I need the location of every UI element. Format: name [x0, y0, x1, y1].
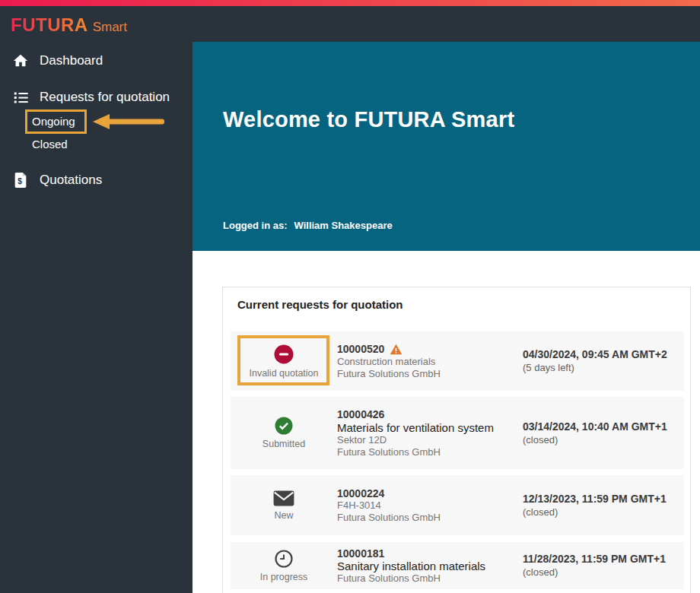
brand-suffix: Smart — [93, 20, 127, 34]
check-circle-icon — [275, 417, 293, 435]
request-row[interactable]: New 10000224 F4H-3014 Futura Solutions G… — [231, 475, 684, 535]
request-line: F4H-3014 — [337, 499, 517, 512]
card-title: Current requests for quotation — [237, 298, 403, 311]
brand-name: FUTURA — [11, 14, 88, 35]
request-row[interactable]: In progress 10000181 Sanitary installati… — [231, 542, 684, 589]
status-column: Submitted — [231, 417, 337, 449]
clock-icon — [275, 550, 293, 568]
request-company: Futura Solutions GmbH — [337, 512, 517, 524]
deadline-note: (closed) — [523, 433, 684, 446]
status-label: In progress — [260, 572, 308, 582]
logged-in-user: William Shakespeare — [294, 220, 393, 231]
status-column: In progress — [231, 550, 337, 582]
deadline-date: 03/14/2024, 10:40 AM GMT+1 — [523, 420, 684, 433]
request-line: Construction materials — [337, 356, 517, 368]
request-deadline: 04/30/2024, 09:45 AM GMT+2 (5 days left) — [523, 348, 684, 374]
envelope-icon — [273, 490, 294, 506]
quotation-document-icon: $ — [12, 172, 29, 189]
request-company: Futura Solutions GmbH — [337, 368, 517, 380]
request-deadline: 11/28/2023, 11:59 PM GMT+1 (closed) — [523, 553, 684, 579]
welcome-title: Welcome to FUTURA Smart — [223, 107, 514, 132]
welcome-banner: Welcome to FUTURA Smart Logged in as: Wi… — [192, 42, 700, 251]
sidebar-item-quotations[interactable]: $ Quotations — [12, 171, 102, 189]
sidebar-subitem-closed[interactable]: Closed — [32, 138, 68, 151]
svg-text:$: $ — [18, 177, 22, 186]
logged-in-row: Logged in as: William Shakespeare — [223, 220, 393, 231]
sidebar: FUTURASmart Dashboard Requests for quota… — [0, 6, 192, 593]
sidebar-item-dashboard[interactable]: Dashboard — [12, 52, 103, 70]
request-number: 10000426 — [337, 408, 384, 420]
logged-in-label: Logged in as: — [223, 220, 288, 231]
request-number: 10000181 — [337, 547, 384, 560]
app-logo[interactable]: FUTURASmart — [11, 14, 127, 36]
request-details: 10000520 Construction materials Futura S… — [337, 343, 523, 380]
deadline-date: 04/30/2024, 09:45 AM GMT+2 — [523, 348, 684, 361]
sidebar-item-requests-for-quotation[interactable]: Requests for quotation — [12, 88, 170, 106]
annotation-arrow-icon — [93, 113, 166, 130]
request-title: Materials for ventilation system — [337, 421, 517, 434]
status-label: New — [274, 510, 293, 521]
request-deadline: 12/13/2023, 11:59 PM GMT+1 (closed) — [523, 493, 684, 518]
annotation-box-ongoing — [25, 109, 87, 134]
list-icon — [12, 89, 29, 106]
current-requests-card: Current requests for quotation Invalid q… — [222, 287, 691, 593]
warning-icon — [390, 344, 402, 355]
deadline-note: (5 days left) — [523, 361, 684, 374]
request-details: 10000426 Materials for ventilation syste… — [337, 408, 523, 458]
request-title: Sanitary installation materials — [337, 560, 517, 572]
request-row[interactable]: Submitted 10000426 Materials for ventila… — [231, 397, 684, 469]
request-line: Sektor 12D — [337, 434, 517, 446]
request-number: 10000520 — [337, 343, 384, 355]
sidebar-item-label: Dashboard — [40, 53, 103, 68]
annotation-box-invalid-quotation — [237, 335, 329, 385]
request-deadline: 03/14/2024, 10:40 AM GMT+1 (closed) — [523, 420, 684, 446]
top-app-bar — [192, 6, 700, 42]
request-details: 10000181 Sanitary installation materials… — [337, 547, 523, 585]
home-icon — [12, 52, 29, 69]
deadline-date: 12/13/2023, 11:59 PM GMT+1 — [523, 493, 684, 506]
sidebar-item-label: Quotations — [40, 173, 102, 188]
request-company: Futura Solutions GmbH — [337, 572, 517, 585]
request-company: Futura Solutions GmbH — [337, 446, 517, 458]
deadline-note: (closed) — [523, 506, 684, 518]
status-label: Submitted — [262, 439, 305, 449]
top-gradient-bar — [0, 0, 700, 6]
deadline-date: 11/28/2023, 11:59 PM GMT+1 — [523, 553, 684, 566]
status-column: New — [231, 490, 337, 521]
app-window: FUTURASmart Dashboard Requests for quota… — [0, 0, 700, 593]
sidebar-item-label: Requests for quotation — [40, 90, 170, 105]
request-details: 10000224 F4H-3014 Futura Solutions GmbH — [337, 487, 523, 524]
request-number: 10000224 — [337, 487, 384, 499]
deadline-note: (closed) — [523, 566, 684, 579]
